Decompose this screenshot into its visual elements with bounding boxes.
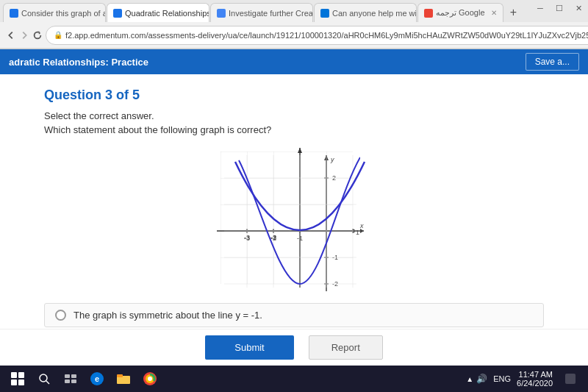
tab-5-favicon [424,9,433,18]
taskbar-right: ▲ 🔊 ENG 11:47 AM 6/24/2020 [466,367,582,391]
option-1-text: The graph is symmetric about the line y … [74,310,262,321]
taskbar-clock: 11:47 AM 6/24/2020 [517,370,553,388]
svg-text:x: x [359,222,364,229]
tab-1-label: Consider this graph of a quad... [21,9,106,18]
maximize-button[interactable]: ☐ [550,0,569,16]
back-button[interactable] [6,26,16,45]
secure-icon: 🔒 [54,31,62,39]
nav-bar: 🔒 f2.app.edmentum.com/assessments-delive… [0,22,588,49]
tab-1[interactable]: Consider this graph of a quad... ✕ [3,3,106,22]
tab-2[interactable]: Quadratic Relationships: Practi... ✕ [107,3,209,22]
graph-svg: -3 -3 -2 -3 [213,144,375,291]
tab-5[interactable]: ترجمه Google ✕ [417,3,503,22]
question-number: Question 3 of 5 [44,88,544,103]
address-text: f2.app.edmentum.com/assessments-delivery… [65,31,588,40]
tab-2-favicon [113,9,122,18]
edge-taskbar-icon: e [90,372,104,385]
win-sq-4 [18,379,24,385]
svg-rect-46 [71,374,76,378]
tab-4[interactable]: Can anyone help me with the ... ✕ [314,3,417,22]
clock-time: 11:47 AM [517,370,553,379]
tab-4-label: Can anyone help me with the ... [332,9,417,18]
browser-chrome: Consider this graph of a quad... ✕ Quadr… [0,0,588,49]
taskbar: e ▲ 🔊 ENG 11:47 AM 6/24/2020 [0,366,588,392]
save-button[interactable]: Save a... [526,53,579,71]
svg-marker-4 [298,148,302,153]
tab-5-label: ترجمه Google [436,8,485,18]
win-sq-1 [11,372,17,378]
start-button[interactable] [6,367,29,391]
tab-bar: Consider this graph of a quad... ✕ Quadr… [0,0,531,22]
bottom-action-bar: Submit Report [0,329,588,366]
windows-icon [11,372,24,385]
forward-button[interactable] [19,26,29,45]
file-explorer-button[interactable] [112,367,135,391]
notification-button[interactable] [559,367,582,391]
language-indicator: ENG [493,374,511,383]
graph-container: -3 -3 -2 -3 [44,144,544,291]
tab-3-label: Investigate further Create offi... [229,9,313,18]
minimize-button[interactable]: ─ [531,0,550,16]
search-taskbar-icon [38,373,50,385]
address-bar[interactable]: 🔒 f2.app.edmentum.com/assessments-delive… [46,26,588,45]
option-1[interactable]: The graph is symmetric about the line y … [44,303,544,327]
chrome-taskbar-button[interactable] [138,367,162,391]
svg-rect-54 [565,374,576,384]
tab-2-label: Quadratic Relationships: Practi... [125,9,209,18]
close-button[interactable]: ✕ [569,0,588,16]
svg-rect-50 [117,374,123,377]
chrome-taskbar-icon [143,372,157,385]
new-tab-button[interactable]: + [504,3,523,22]
search-taskbar-button[interactable] [32,367,56,391]
reload-button[interactable] [32,26,43,45]
volume-icon: 🔊 [476,374,487,384]
win-sq-3 [11,379,17,385]
window-controls: ─ ☐ ✕ [531,0,588,22]
report-button[interactable]: Report [309,335,383,360]
edge-taskbar-button[interactable]: e [85,367,109,391]
radio-1[interactable] [55,310,66,321]
tab-3-favicon [217,9,226,18]
tab-3[interactable]: Investigate further Create offi... ✕ [210,3,313,22]
tab-4-favicon [320,9,329,18]
notification-icon [565,374,576,384]
task-view-icon [65,374,76,383]
file-explorer-icon [117,374,130,384]
network-icon: ▲ [466,375,473,383]
question-text: Which statement about the following grap… [44,124,544,135]
tab-5-close[interactable]: ✕ [491,9,497,17]
clock-date: 6/24/2020 [517,379,553,388]
svg-text:y: y [330,156,334,163]
svg-rect-48 [71,379,76,383]
svg-rect-45 [65,374,70,378]
svg-point-53 [148,377,152,381]
taskbar-left: e [6,367,162,391]
svg-rect-47 [65,379,70,383]
svg-text:1: 1 [356,229,359,236]
svg-point-43 [40,374,47,382]
question-instruction: Select the correct answer. [44,110,544,121]
submit-button[interactable]: Submit [205,335,293,360]
taskbar-system-icons: ▲ 🔊 [466,374,487,384]
app-title: adratic Relationships: Practice [9,57,148,68]
svg-line-44 [46,381,49,384]
tab-1-favicon [10,9,18,18]
task-view-button[interactable] [59,367,82,391]
app-header: adratic Relationships: Practice Save a..… [0,49,588,74]
win-sq-2 [18,372,24,378]
